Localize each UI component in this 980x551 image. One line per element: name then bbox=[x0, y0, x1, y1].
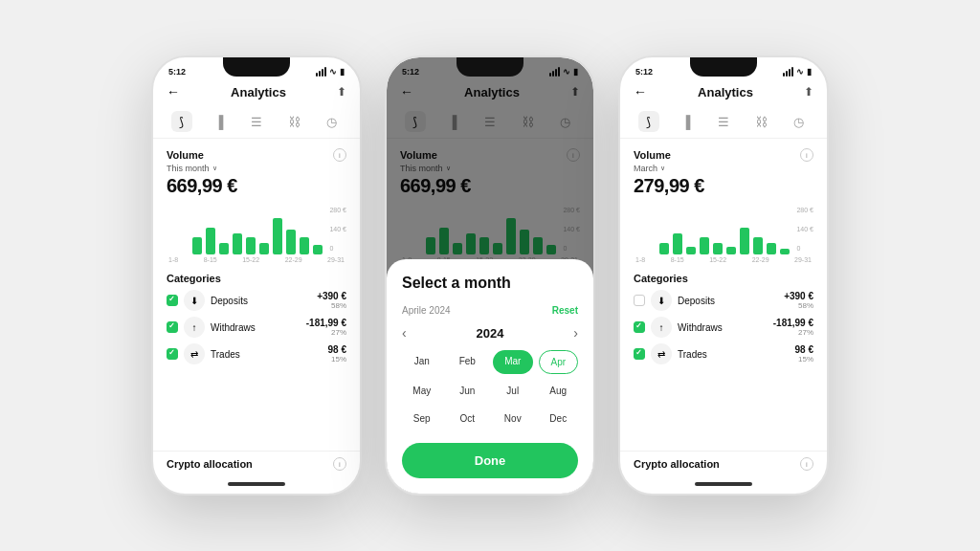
reset-button[interactable]: Reset bbox=[552, 305, 578, 316]
crypto-header: Crypto allocation i bbox=[634, 457, 813, 471]
svg-rect-27 bbox=[753, 237, 763, 254]
page-title: Analytics bbox=[231, 85, 286, 99]
category-right: +390 € 58% bbox=[317, 291, 346, 310]
month-button[interactable]: Feb bbox=[448, 350, 488, 374]
month-button[interactable]: Jun bbox=[448, 380, 488, 402]
home-bar bbox=[228, 482, 285, 486]
category-right: 98 € 15% bbox=[795, 344, 813, 364]
crypto-info-icon[interactable]: i bbox=[333, 457, 346, 471]
category-icon: ↑ bbox=[184, 317, 205, 338]
signal-icon bbox=[783, 67, 793, 77]
svg-rect-5 bbox=[259, 243, 269, 254]
month-button[interactable]: Mar bbox=[493, 350, 533, 374]
period-selector[interactable]: March bbox=[634, 164, 813, 173]
month-button[interactable]: Nov bbox=[493, 408, 533, 430]
month-button[interactable]: Jul bbox=[493, 380, 533, 402]
period-selector[interactable]: This month bbox=[167, 164, 346, 173]
phone-header: ← Analytics ⬆ bbox=[620, 80, 827, 105]
category-amount: +390 € bbox=[317, 291, 346, 301]
month-button[interactable]: Apr bbox=[539, 350, 579, 374]
month-button[interactable]: Dec bbox=[539, 408, 579, 430]
categories-title: Categories bbox=[167, 273, 346, 284]
y-label-bot: 0 bbox=[796, 245, 813, 252]
crypto-title: Crypto allocation bbox=[167, 458, 253, 470]
section-header: Volume i bbox=[634, 148, 813, 162]
category-checkbox[interactable] bbox=[634, 321, 645, 333]
info-icon[interactable]: i bbox=[800, 148, 813, 162]
svg-rect-20 bbox=[659, 243, 669, 254]
chart-y-labels: 280 € 140 € 0 bbox=[796, 207, 813, 252]
phone-content: Volume i This month 669,99 € 280 € 140 € bbox=[153, 139, 360, 474]
svg-rect-9 bbox=[313, 245, 323, 254]
page-title: Analytics bbox=[698, 85, 753, 99]
tab-icon-link[interactable]: ⛓ bbox=[750, 111, 771, 132]
category-percent: 58% bbox=[317, 301, 346, 310]
x-label: 1-8 bbox=[168, 256, 178, 263]
category-item: ⬇ Deposits +390 € 58% bbox=[167, 290, 346, 311]
tab-icon-chart[interactable]: ⟆ bbox=[638, 111, 659, 132]
crypto-header: Crypto allocation i bbox=[167, 457, 346, 471]
category-checkbox[interactable] bbox=[167, 295, 178, 306]
phone-notch bbox=[457, 57, 523, 77]
tab-icon-bar[interactable]: ▐ bbox=[676, 111, 697, 132]
tab-icon-clock[interactable]: ◷ bbox=[321, 111, 342, 132]
svg-rect-23 bbox=[700, 237, 709, 254]
category-percent: 15% bbox=[795, 355, 813, 364]
category-checkbox[interactable] bbox=[167, 348, 178, 360]
phone-content: Volume i March 279,99 € 280 € 140 € bbox=[620, 139, 827, 474]
category-checkbox[interactable] bbox=[634, 295, 645, 306]
current-period: Aprile 2024 bbox=[402, 305, 451, 316]
tab-bar: ⟆ ▐ ☰ ⛓ ◷ bbox=[153, 105, 360, 139]
crypto-info-icon[interactable]: i bbox=[800, 457, 813, 471]
month-grid: Jan Feb Mar Apr May Jun Jul Aug Sep Oct … bbox=[402, 350, 578, 430]
tab-icon-list[interactable]: ☰ bbox=[713, 111, 734, 132]
category-name: Trades bbox=[211, 349, 240, 360]
category-percent: 58% bbox=[784, 301, 813, 310]
category-name: Withdraws bbox=[211, 322, 256, 333]
back-button[interactable]: ← bbox=[634, 84, 647, 99]
svg-rect-0 bbox=[192, 237, 202, 254]
category-checkbox[interactable] bbox=[634, 348, 645, 360]
month-modal: Select a month Aprile 2024 Reset ‹ 2024 … bbox=[387, 259, 593, 494]
category-amount: +390 € bbox=[784, 291, 813, 301]
month-button[interactable]: Sep bbox=[402, 408, 442, 430]
category-item: ↑ Withdraws -181,99 € 27% bbox=[167, 317, 346, 338]
tab-icon-clock[interactable]: ◷ bbox=[788, 111, 809, 132]
x-label: 8-15 bbox=[204, 256, 217, 263]
y-label-top: 280 € bbox=[796, 207, 813, 213]
category-checkbox[interactable] bbox=[167, 321, 178, 333]
category-left: ⇄ Trades bbox=[167, 343, 240, 364]
info-icon[interactable]: i bbox=[333, 148, 346, 162]
share-button[interactable]: ⬆ bbox=[804, 85, 813, 99]
tab-icon-list[interactable]: ☰ bbox=[246, 111, 267, 132]
next-year-button[interactable]: › bbox=[573, 325, 578, 341]
back-button[interactable]: ← bbox=[167, 84, 180, 99]
category-icon: ↑ bbox=[651, 317, 672, 338]
done-button[interactable]: Done bbox=[402, 443, 578, 478]
month-button[interactable]: Oct bbox=[448, 408, 488, 430]
category-icon: ⇄ bbox=[184, 343, 205, 364]
category-item: ⬇ Deposits +390 € 58% bbox=[634, 290, 813, 311]
category-name: Trades bbox=[678, 349, 707, 360]
category-amount: -181,99 € bbox=[306, 318, 346, 328]
month-button[interactable]: Jan bbox=[402, 350, 442, 374]
x-label: 29-31 bbox=[794, 256, 812, 263]
x-label: 1-8 bbox=[635, 256, 645, 263]
section-header: Volume i bbox=[167, 148, 346, 162]
volume-section: Volume i March 279,99 € bbox=[620, 139, 827, 203]
tab-icon-bar[interactable]: ▐ bbox=[209, 111, 230, 132]
category-icon: ⇄ bbox=[651, 343, 672, 364]
y-label-mid: 140 € bbox=[329, 226, 346, 232]
tab-icon-link[interactable]: ⛓ bbox=[283, 111, 304, 132]
prev-year-button[interactable]: ‹ bbox=[402, 325, 407, 341]
svg-rect-28 bbox=[767, 243, 776, 254]
category-item: ↑ Withdraws -181,99 € 27% bbox=[634, 317, 813, 338]
categories-title: Categories bbox=[634, 273, 813, 284]
share-button[interactable]: ⬆ bbox=[337, 85, 346, 99]
month-button[interactable]: May bbox=[402, 380, 442, 402]
tab-icon-chart[interactable]: ⟆ bbox=[171, 111, 192, 132]
battery-icon: ▮ bbox=[340, 67, 345, 77]
chart-y-labels: 280 € 140 € 0 bbox=[329, 207, 346, 252]
category-name: Deposits bbox=[678, 296, 715, 306]
month-button[interactable]: Aug bbox=[539, 380, 579, 402]
